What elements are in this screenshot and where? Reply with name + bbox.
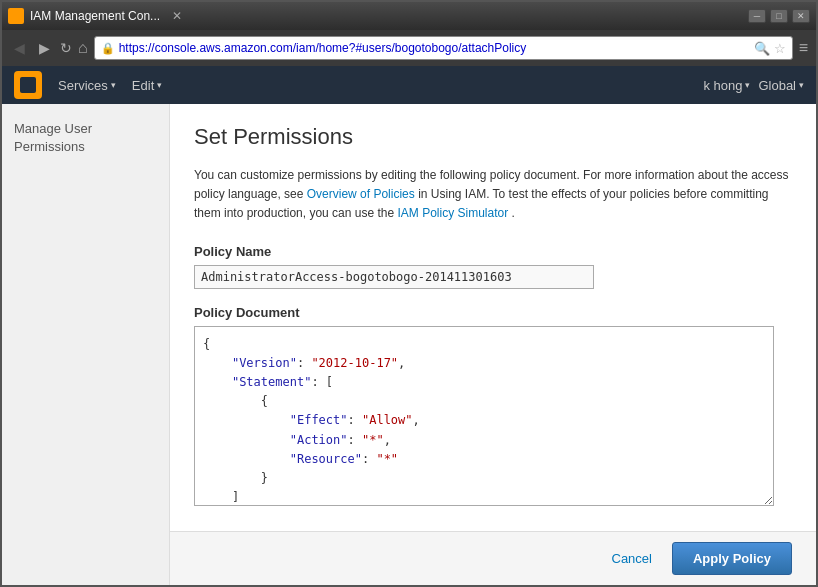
browser-menu-icon[interactable]: ≡ bbox=[799, 39, 808, 57]
region-dropdown-arrow: ▾ bbox=[799, 80, 804, 90]
sidebar-line2: Permissions bbox=[14, 138, 157, 156]
forward-button[interactable]: ▶ bbox=[35, 38, 54, 58]
policy-name-label: Policy Name bbox=[194, 244, 792, 259]
cancel-button[interactable]: Cancel bbox=[604, 547, 660, 570]
apply-policy-button[interactable]: Apply Policy bbox=[672, 542, 792, 575]
overview-policies-link[interactable]: Overview of Policies bbox=[307, 187, 415, 201]
user-dropdown-arrow: ▾ bbox=[745, 80, 750, 90]
policy-document-editor[interactable]: { "Version": "2012-10-17", "Statement": … bbox=[194, 326, 774, 506]
policy-doc-label: Policy Document bbox=[194, 305, 792, 320]
window-controls: ─ □ ✕ bbox=[748, 9, 810, 23]
page-title: Set Permissions bbox=[194, 124, 792, 150]
footer: Cancel Apply Policy bbox=[170, 531, 816, 585]
back-button[interactable]: ◀ bbox=[10, 38, 29, 58]
refresh-button[interactable]: ↻ bbox=[60, 40, 72, 56]
tab-favicon bbox=[8, 8, 24, 24]
maximize-button[interactable]: □ bbox=[770, 9, 788, 23]
app-bar: Services ▾ Edit ▾ k hong ▾ Global ▾ bbox=[2, 66, 816, 104]
close-button[interactable]: ✕ bbox=[792, 9, 810, 23]
content-area: Set Permissions You can customize permis… bbox=[170, 104, 816, 531]
policy-doc-section: Policy Document { "Version": "2012-10-17… bbox=[194, 305, 792, 506]
region-menu[interactable]: Global ▾ bbox=[758, 78, 804, 93]
policy-name-input[interactable] bbox=[194, 265, 594, 289]
minimize-button[interactable]: ─ bbox=[748, 9, 766, 23]
code-content: { "Version": "2012-10-17", "Statement": … bbox=[203, 335, 765, 506]
lock-icon: 🔒 bbox=[101, 42, 115, 55]
home-button[interactable]: ⌂ bbox=[78, 39, 88, 57]
description-text: You can customize permissions by editing… bbox=[194, 166, 792, 224]
user-menu[interactable]: k hong ▾ bbox=[703, 78, 750, 93]
address-bar[interactable]: 🔒 https://console.aws.amazon.com/iam/hom… bbox=[94, 36, 793, 60]
browser-bar: ◀ ▶ ↻ ⌂ 🔒 https://console.aws.amazon.com… bbox=[2, 30, 816, 66]
services-dropdown-arrow: ▾ bbox=[111, 80, 116, 90]
iam-simulator-link[interactable]: IAM Policy Simulator bbox=[397, 206, 508, 220]
main-layout: Manage User Permissions Set Permissions … bbox=[2, 104, 816, 585]
services-menu[interactable]: Services ▾ bbox=[58, 78, 116, 93]
tab-title: IAM Management Con... bbox=[30, 9, 160, 23]
tab-close-button[interactable]: ✕ bbox=[172, 9, 182, 23]
sidebar-line1: Manage User bbox=[14, 120, 157, 138]
edit-dropdown-arrow: ▾ bbox=[157, 80, 162, 90]
edit-menu[interactable]: Edit ▾ bbox=[132, 78, 162, 93]
sidebar-section-title: Manage User Permissions bbox=[14, 120, 157, 156]
url-text: https://console.aws.amazon.com/iam/home?… bbox=[119, 41, 750, 55]
title-bar: IAM Management Con... ✕ ─ □ ✕ bbox=[2, 2, 816, 30]
search-icon: 🔍 bbox=[754, 41, 770, 56]
sidebar: Manage User Permissions bbox=[2, 104, 170, 585]
bookmark-icon[interactable]: ☆ bbox=[774, 41, 786, 56]
aws-logo bbox=[14, 71, 42, 99]
